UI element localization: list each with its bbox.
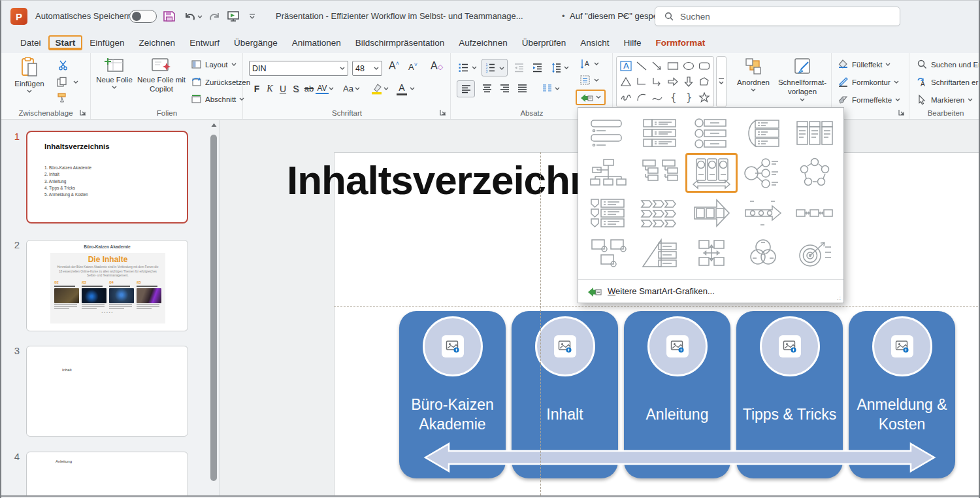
- strikethrough-button[interactable]: ab: [302, 84, 316, 93]
- bullets-icon[interactable]: [458, 62, 469, 73]
- italic-button[interactable]: K: [263, 84, 276, 94]
- smartart-option-vertical-circle-list[interactable]: [685, 113, 737, 153]
- smartart-option-vertical-block-list[interactable]: [582, 113, 634, 153]
- tab-hilfe[interactable]: Hilfe: [616, 35, 648, 50]
- tab-ansicht[interactable]: Ansicht: [573, 35, 616, 50]
- copy-chevron-icon[interactable]: [73, 80, 78, 84]
- tab-datei[interactable]: Datei: [13, 35, 48, 50]
- smartart-option-radial-list[interactable]: [738, 153, 789, 193]
- change-case-button[interactable]: Aa: [342, 84, 355, 93]
- columns-icon[interactable]: [542, 83, 553, 94]
- select-button[interactable]: Markieren: [917, 94, 973, 105]
- shape-freeform-icon[interactable]: [698, 75, 711, 88]
- shape-elbow-icon[interactable]: [635, 75, 648, 88]
- new-slide-copilot-button[interactable]: Neue Folie mit Copilot: [136, 57, 187, 94]
- smartart-option-vertical-accent-list[interactable]: [634, 113, 685, 153]
- smartart-option-lined-list[interactable]: [738, 113, 789, 153]
- underline-button[interactable]: U: [276, 84, 289, 94]
- shape-block-arrow-down-icon[interactable]: [682, 75, 695, 88]
- font-size-combo[interactable]: 48: [352, 61, 382, 76]
- font-dialog-launcher[interactable]: [439, 108, 447, 116]
- smartart-option-picture-blocks[interactable]: [582, 233, 634, 273]
- dropdown-resize-grip[interactable]: .:: [837, 295, 841, 301]
- slide-thumbnail-1[interactable]: Inhaltsverzeichnis 1. Büro-Kaizen Akadem…: [26, 131, 188, 224]
- text-shadow-button[interactable]: S: [289, 84, 302, 94]
- insert-picture-icon[interactable]: [666, 335, 689, 357]
- character-spacing-button[interactable]: AV: [316, 84, 329, 94]
- search-input[interactable]: Suchen: [655, 7, 900, 26]
- smartart-option-linked-process[interactable]: [789, 193, 841, 233]
- character-spacing-chevron-icon[interactable]: [329, 87, 334, 91]
- reset-button[interactable]: Zurücksetzen: [191, 76, 250, 88]
- shape-rounded-rectangle-icon[interactable]: [698, 59, 711, 73]
- shape-star-icon[interactable]: [698, 91, 711, 104]
- font-color-chevron-icon[interactable]: [410, 87, 415, 91]
- picture-placeholder-circle[interactable]: [872, 316, 932, 376]
- line-spacing-icon[interactable]: [551, 62, 562, 73]
- shapes-gallery-more-button[interactable]: [716, 56, 727, 107]
- tab-animationen[interactable]: Animationen: [285, 35, 348, 50]
- shape-scribble-icon[interactable]: [619, 91, 632, 104]
- shape-left-brace-icon[interactable]: {: [666, 91, 679, 104]
- slide-thumbnail-2[interactable]: Büro-Kaizen Akademie Die Inhalte Herzstü…: [26, 240, 188, 331]
- shape-arrow-icon[interactable]: [651, 59, 664, 73]
- cut-icon[interactable]: [57, 59, 69, 71]
- panel-scrollbar[interactable]: [209, 120, 218, 495]
- decrease-indent-icon[interactable]: [514, 62, 525, 73]
- smartart-option-chevron-process[interactable]: [634, 193, 685, 233]
- align-center-icon[interactable]: [482, 83, 493, 94]
- highlight-color-chevron-icon[interactable]: [384, 87, 389, 91]
- tab-ueberpruefen[interactable]: Überprüfen: [515, 35, 574, 50]
- smartart-option-vertical-chevron-list[interactable]: [582, 193, 634, 233]
- tab-aufzeichnen[interactable]: Aufzeichnen: [451, 35, 514, 50]
- increase-indent-icon[interactable]: [532, 62, 543, 73]
- align-right-icon[interactable]: [499, 83, 510, 94]
- section-button[interactable]: Abschnitt: [191, 93, 244, 105]
- picture-placeholder-circle[interactable]: [760, 316, 820, 376]
- columns-chevron-icon[interactable]: [555, 87, 560, 91]
- align-left-button[interactable]: [457, 80, 475, 97]
- smartart-option-arrow-process[interactable]: [685, 193, 737, 233]
- font-name-combo[interactable]: DIN: [249, 61, 348, 76]
- tab-start[interactable]: Start: [48, 35, 83, 50]
- shape-rectangle-icon[interactable]: [666, 59, 679, 73]
- shape-oval-icon[interactable]: [682, 59, 695, 73]
- tab-bildschirmpraesentation[interactable]: Bildschirmpräsentation: [348, 35, 452, 50]
- picture-placeholder-circle[interactable]: [647, 316, 708, 376]
- find-replace-button[interactable]: Suchen und Er: [917, 59, 980, 70]
- shapes-gallery[interactable]: A { }: [616, 56, 714, 107]
- text-direction-button[interactable]: A: [580, 58, 599, 69]
- shape-block-arrow-right-icon[interactable]: [666, 75, 679, 88]
- tab-uebergaenge[interactable]: Übergänge: [227, 35, 285, 50]
- arrange-button[interactable]: Anordnen: [732, 57, 774, 92]
- slide-thumbnail-3[interactable]: Inhalt: [26, 346, 188, 437]
- change-case-chevron-icon[interactable]: [355, 87, 360, 91]
- smartart-option-column-list[interactable]: [789, 113, 841, 153]
- shape-outline-button[interactable]: Formkontur: [838, 76, 899, 88]
- insert-picture-icon[interactable]: [554, 335, 576, 357]
- double-arrow-shape[interactable]: [423, 442, 936, 473]
- save-icon[interactable]: [162, 9, 176, 24]
- horizontal-guide[interactable]: [334, 306, 980, 307]
- customize-toolbar-icon[interactable]: [248, 14, 256, 20]
- picture-placeholder-circle[interactable]: [535, 316, 595, 376]
- shape-line-icon[interactable]: [635, 59, 648, 73]
- clipboard-dialog-launcher[interactable]: [79, 108, 87, 116]
- copy-icon[interactable]: [56, 76, 67, 88]
- slide-thumbnail-4[interactable]: Anleitung: [26, 452, 188, 495]
- font-color-button[interactable]: A: [397, 82, 407, 95]
- quick-styles-button[interactable]: Schnellformat-vorlagen: [776, 57, 829, 102]
- autosave-toggle[interactable]: [129, 10, 157, 23]
- layout-button[interactable]: Layout: [191, 59, 237, 70]
- smartart-option-pyramid-list[interactable]: [634, 233, 685, 273]
- start-slideshow-icon[interactable]: [226, 9, 240, 24]
- smartart-option-cycle[interactable]: [789, 153, 841, 193]
- insert-picture-icon[interactable]: [779, 335, 801, 357]
- shape-arc-icon[interactable]: [635, 91, 648, 104]
- tab-entwurf[interactable]: Entwurf: [182, 35, 227, 50]
- smartart-more-item[interactable]: Weitere SmartArt-Grafiken...: [578, 279, 843, 303]
- scroll-up-icon[interactable]: [211, 123, 217, 127]
- bullets-chevron-icon[interactable]: [472, 66, 477, 70]
- paste-button[interactable]: Einfügen: [9, 57, 50, 93]
- saved-status-chevron-icon[interactable]: [622, 14, 627, 18]
